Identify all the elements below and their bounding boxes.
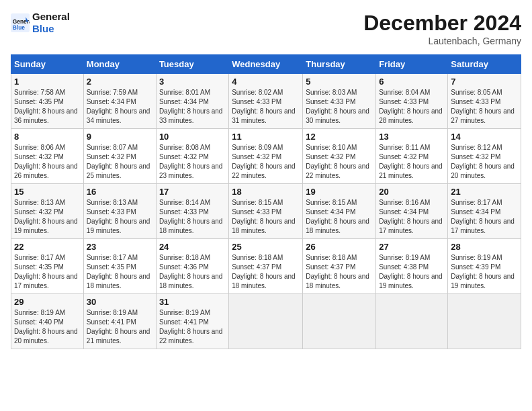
day-info: Sunrise: 8:18 AM Sunset: 4:37 PM Dayligh… xyxy=(306,253,373,291)
day-info: Sunrise: 8:13 AM Sunset: 4:33 PM Dayligh… xyxy=(87,198,153,236)
day-number: 13 xyxy=(379,132,445,142)
day-number: 25 xyxy=(232,242,300,252)
weekday-header-tuesday: Tuesday xyxy=(156,55,228,74)
day-number: 14 xyxy=(451,132,518,142)
day-number: 12 xyxy=(306,132,373,142)
logo: General Blue General Blue xyxy=(11,11,70,35)
day-cell-23: 23 Sunrise: 8:17 AM Sunset: 4:35 PM Dayl… xyxy=(83,239,156,294)
day-info: Sunrise: 8:15 AM Sunset: 4:34 PM Dayligh… xyxy=(306,198,373,236)
weekday-header-monday: Monday xyxy=(83,55,156,74)
day-info: Sunrise: 8:14 AM Sunset: 4:33 PM Dayligh… xyxy=(159,198,226,236)
day-number: 26 xyxy=(306,242,373,252)
day-cell-20: 20 Sunrise: 8:16 AM Sunset: 4:34 PM Dayl… xyxy=(376,184,448,239)
day-cell-19: 19 Sunrise: 8:15 AM Sunset: 4:34 PM Dayl… xyxy=(303,184,376,239)
day-number: 9 xyxy=(87,132,153,142)
day-number: 2 xyxy=(87,77,153,87)
day-number: 29 xyxy=(14,297,81,307)
day-cell-17: 17 Sunrise: 8:14 AM Sunset: 4:33 PM Dayl… xyxy=(156,184,228,239)
empty-cell xyxy=(229,294,303,349)
day-info: Sunrise: 8:07 AM Sunset: 4:32 PM Dayligh… xyxy=(87,143,153,181)
day-info: Sunrise: 8:16 AM Sunset: 4:34 PM Dayligh… xyxy=(379,198,445,236)
empty-cell xyxy=(448,294,521,349)
day-info: Sunrise: 8:10 AM Sunset: 4:32 PM Dayligh… xyxy=(306,143,373,181)
calendar-table: SundayMondayTuesdayWednesdayThursdayFrid… xyxy=(11,54,521,349)
day-cell-13: 13 Sunrise: 8:11 AM Sunset: 4:32 PM Dayl… xyxy=(376,129,448,184)
day-cell-31: 31 Sunrise: 8:19 AM Sunset: 4:41 PM Dayl… xyxy=(156,294,228,349)
day-info: Sunrise: 8:18 AM Sunset: 4:37 PM Dayligh… xyxy=(232,253,300,291)
day-info: Sunrise: 8:03 AM Sunset: 4:33 PM Dayligh… xyxy=(306,88,373,126)
day-cell-16: 16 Sunrise: 8:13 AM Sunset: 4:33 PM Dayl… xyxy=(83,184,156,239)
day-info: Sunrise: 8:18 AM Sunset: 4:36 PM Dayligh… xyxy=(159,253,226,291)
day-cell-26: 26 Sunrise: 8:18 AM Sunset: 4:37 PM Dayl… xyxy=(303,239,376,294)
day-cell-3: 3 Sunrise: 8:01 AM Sunset: 4:34 PM Dayli… xyxy=(156,74,228,129)
day-info: Sunrise: 8:01 AM Sunset: 4:34 PM Dayligh… xyxy=(159,88,226,126)
day-cell-1: 1 Sunrise: 7:58 AM Sunset: 4:35 PM Dayli… xyxy=(11,74,84,129)
week-row-1: 1 Sunrise: 7:58 AM Sunset: 4:35 PM Dayli… xyxy=(11,74,521,129)
empty-cell xyxy=(303,294,376,349)
day-number: 22 xyxy=(14,242,81,252)
day-cell-12: 12 Sunrise: 8:10 AM Sunset: 4:32 PM Dayl… xyxy=(303,129,376,184)
day-number: 28 xyxy=(451,242,518,252)
day-info: Sunrise: 8:19 AM Sunset: 4:39 PM Dayligh… xyxy=(451,253,518,291)
day-info: Sunrise: 8:13 AM Sunset: 4:32 PM Dayligh… xyxy=(14,198,81,236)
day-cell-10: 10 Sunrise: 8:08 AM Sunset: 4:32 PM Dayl… xyxy=(156,129,228,184)
day-info: Sunrise: 8:19 AM Sunset: 4:41 PM Dayligh… xyxy=(159,308,226,346)
day-cell-6: 6 Sunrise: 8:04 AM Sunset: 4:33 PM Dayli… xyxy=(376,74,448,129)
day-number: 4 xyxy=(232,77,300,87)
day-cell-18: 18 Sunrise: 8:15 AM Sunset: 4:33 PM Dayl… xyxy=(229,184,303,239)
day-cell-5: 5 Sunrise: 8:03 AM Sunset: 4:33 PM Dayli… xyxy=(303,74,376,129)
day-number: 27 xyxy=(379,242,445,252)
day-number: 15 xyxy=(14,187,81,197)
day-cell-14: 14 Sunrise: 8:12 AM Sunset: 4:32 PM Dayl… xyxy=(448,129,521,184)
day-cell-30: 30 Sunrise: 8:19 AM Sunset: 4:41 PM Dayl… xyxy=(83,294,156,349)
day-number: 11 xyxy=(232,132,300,142)
day-info: Sunrise: 8:19 AM Sunset: 4:40 PM Dayligh… xyxy=(14,308,81,346)
day-number: 8 xyxy=(14,132,81,142)
day-cell-9: 9 Sunrise: 8:07 AM Sunset: 4:32 PM Dayli… xyxy=(83,129,156,184)
svg-text:Blue: Blue xyxy=(13,24,25,31)
week-row-3: 15 Sunrise: 8:13 AM Sunset: 4:32 PM Dayl… xyxy=(11,184,521,239)
day-info: Sunrise: 8:15 AM Sunset: 4:33 PM Dayligh… xyxy=(232,198,300,236)
day-cell-25: 25 Sunrise: 8:18 AM Sunset: 4:37 PM Dayl… xyxy=(229,239,303,294)
weekday-header-sunday: Sunday xyxy=(11,55,84,74)
weekday-header-saturday: Saturday xyxy=(448,55,521,74)
weekday-header-row: SundayMondayTuesdayWednesdayThursdayFrid… xyxy=(11,55,521,74)
day-cell-27: 27 Sunrise: 8:19 AM Sunset: 4:38 PM Dayl… xyxy=(376,239,448,294)
day-number: 6 xyxy=(379,77,445,87)
day-number: 17 xyxy=(159,187,226,197)
logo-blue: Blue xyxy=(32,23,70,35)
day-number: 1 xyxy=(14,77,81,87)
day-cell-29: 29 Sunrise: 8:19 AM Sunset: 4:40 PM Dayl… xyxy=(11,294,84,349)
day-info: Sunrise: 8:17 AM Sunset: 4:35 PM Dayligh… xyxy=(14,253,81,291)
day-number: 21 xyxy=(451,187,518,197)
day-number: 18 xyxy=(232,187,300,197)
day-number: 5 xyxy=(306,77,373,87)
empty-cell xyxy=(376,294,448,349)
day-number: 10 xyxy=(159,132,226,142)
day-cell-15: 15 Sunrise: 8:13 AM Sunset: 4:32 PM Dayl… xyxy=(11,184,84,239)
day-info: Sunrise: 8:06 AM Sunset: 4:32 PM Dayligh… xyxy=(14,143,81,181)
logo-icon: General Blue xyxy=(11,13,30,32)
day-info: Sunrise: 8:12 AM Sunset: 4:32 PM Dayligh… xyxy=(451,143,518,181)
day-info: Sunrise: 8:17 AM Sunset: 4:34 PM Dayligh… xyxy=(451,198,518,236)
day-number: 20 xyxy=(379,187,445,197)
day-cell-2: 2 Sunrise: 7:59 AM Sunset: 4:34 PM Dayli… xyxy=(83,74,156,129)
day-cell-24: 24 Sunrise: 8:18 AM Sunset: 4:36 PM Dayl… xyxy=(156,239,228,294)
day-number: 31 xyxy=(159,297,226,307)
day-cell-21: 21 Sunrise: 8:17 AM Sunset: 4:34 PM Dayl… xyxy=(448,184,521,239)
month-title: December 2024 xyxy=(363,11,521,36)
day-info: Sunrise: 8:02 AM Sunset: 4:33 PM Dayligh… xyxy=(232,88,300,126)
week-row-5: 29 Sunrise: 8:19 AM Sunset: 4:40 PM Dayl… xyxy=(11,294,521,349)
location: Lautenbach, Germany xyxy=(363,36,521,46)
day-number: 24 xyxy=(159,242,226,252)
day-number: 30 xyxy=(87,297,153,307)
day-number: 23 xyxy=(87,242,153,252)
week-row-2: 8 Sunrise: 8:06 AM Sunset: 4:32 PM Dayli… xyxy=(11,129,521,184)
day-info: Sunrise: 8:05 AM Sunset: 4:33 PM Dayligh… xyxy=(451,88,518,126)
day-cell-8: 8 Sunrise: 8:06 AM Sunset: 4:32 PM Dayli… xyxy=(11,129,84,184)
day-info: Sunrise: 7:58 AM Sunset: 4:35 PM Dayligh… xyxy=(14,88,81,126)
day-info: Sunrise: 7:59 AM Sunset: 4:34 PM Dayligh… xyxy=(87,88,153,126)
day-info: Sunrise: 8:11 AM Sunset: 4:32 PM Dayligh… xyxy=(379,143,445,181)
weekday-header-wednesday: Wednesday xyxy=(229,55,303,74)
day-number: 7 xyxy=(451,77,518,87)
